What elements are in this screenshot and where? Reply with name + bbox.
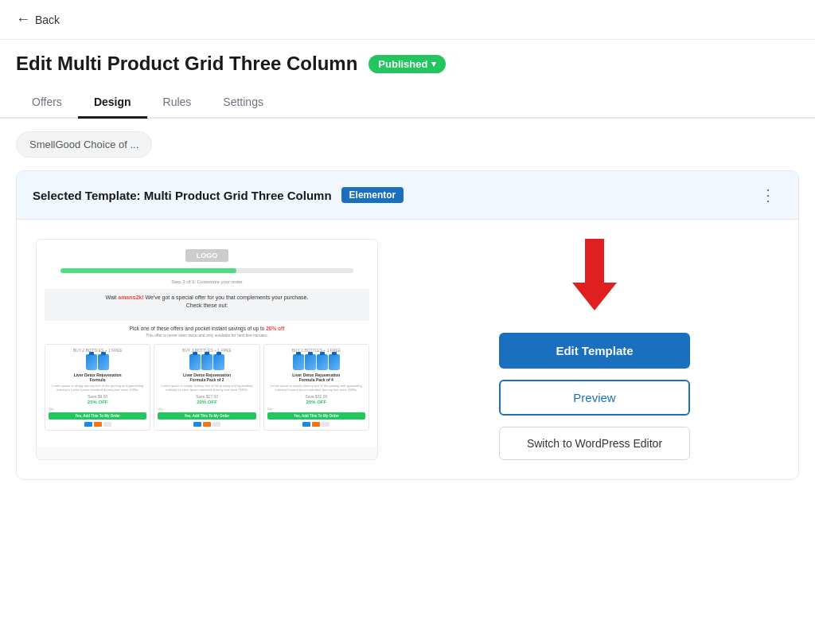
right-panel: Edit Template Preview Switch to WordPres…	[410, 239, 779, 460]
mini-off3: 20% OFF	[267, 400, 365, 404]
mini-headline-block: Wait amans2k! We've got a special offer …	[45, 289, 369, 321]
more-options-button[interactable]: ⋮	[754, 184, 782, 206]
mini-product3-imgs	[267, 354, 365, 370]
tab-offers[interactable]: Offers	[16, 88, 78, 119]
mini-bottle-icon	[86, 354, 97, 370]
tab-settings[interactable]: Settings	[207, 88, 279, 119]
mini-payment2	[158, 422, 255, 427]
page-title: Edit Multi Product Grid Three Column	[16, 53, 357, 75]
mini-headline-text: Wait amans2k! We've got a special offer …	[53, 294, 361, 302]
mini-product1-label: BUY 2 BOTTLES + 1 FREE	[49, 348, 146, 353]
mini-product3-label: BUY 2 BOTTLES + 1 FREE	[267, 348, 365, 353]
mini-pay-mc	[203, 422, 211, 427]
mini-page-preview: LOGO Step 2 of 3: Customize your order W…	[37, 240, 377, 447]
mini-pay-amex	[103, 422, 111, 427]
tabs-row: Offers Design Rules Settings	[0, 88, 815, 119]
mini-pay-visa	[84, 422, 92, 427]
switch-wp-editor-button[interactable]: Switch to WordPress Editor	[499, 427, 690, 460]
mini-check-text: Check these out:	[53, 302, 361, 310]
card-header-left: Selected Template: Multi Product Grid Th…	[33, 187, 404, 203]
mini-product3-desc: Lorem ipsum is simply dummy text of the …	[267, 384, 365, 392]
mini-off1: 20% OFF	[49, 400, 146, 404]
mini-products-grid: BUY 2 BOTTLES + 1 FREE Liver Detox Rejuv…	[45, 344, 369, 431]
preview-button[interactable]: Preview	[499, 380, 690, 416]
mini-pay-visa	[302, 422, 310, 427]
red-arrow-icon	[563, 239, 626, 310]
mini-product2-imgs	[158, 354, 255, 370]
mini-add-btn1: Yes, Add This To My Order	[49, 412, 146, 420]
mini-product1-desc: Lorem ipsum is simply dummy text of the …	[49, 384, 146, 392]
arrow-container	[563, 239, 626, 314]
mini-progress-bar	[60, 268, 353, 273]
chevron-down-icon: ▾	[431, 59, 436, 69]
mini-bottle-icon	[317, 354, 328, 370]
tab-rules[interactable]: Rules	[147, 88, 208, 119]
mini-add-btn3: Yes, Add This To My Order	[267, 412, 365, 420]
mini-off2: 20% OFF	[158, 400, 255, 404]
mini-pay-amex	[322, 422, 330, 427]
mini-pay-mc	[94, 422, 102, 427]
elementor-badge: Elementor	[341, 187, 404, 203]
mini-bottle-icon	[189, 354, 201, 370]
svg-marker-0	[572, 239, 617, 310]
mini-progress-label: Step 2 of 3: Customize your order	[45, 279, 369, 284]
mini-qty2: Qty:	[158, 407, 255, 411]
mini-product2-desc: Lorem ipsum is simply dummy text of the …	[158, 384, 255, 392]
mini-price1: Save $9.00	[49, 394, 146, 399]
mini-bottle-icon	[305, 354, 316, 370]
mini-pay-mc	[312, 422, 320, 427]
main-card: Selected Template: Multi Product Grid Th…	[16, 170, 799, 480]
mini-add-btn2: Yes, Add This To My Order	[158, 412, 255, 420]
back-arrow-icon: ←	[16, 11, 30, 28]
mini-product-2: BUY 3 BOTTLES + 1 FREE Liver Detox Rejuv…	[154, 344, 259, 431]
mini-price3: Save $32.00	[267, 394, 365, 399]
mini-price2: Save $17.00	[158, 394, 255, 399]
mini-product-3: BUY 2 BOTTLES + 1 FREE Liver Detox Rejuv…	[263, 344, 369, 431]
published-label: Published	[378, 58, 427, 70]
mini-offer-sub: This offer is never seen twice and only …	[45, 333, 369, 338]
mini-bottle-icon	[293, 354, 304, 370]
template-preview: LOGO Step 2 of 3: Customize your order W…	[36, 239, 378, 460]
filter-button[interactable]: SmellGood Choice of ...	[16, 131, 152, 158]
back-label: Back	[35, 14, 60, 26]
mini-pay-amex	[213, 422, 220, 427]
edit-template-button[interactable]: Edit Template	[499, 333, 690, 369]
top-nav: ← Back	[0, 0, 815, 40]
mini-product1-imgs	[49, 354, 146, 370]
mini-payment1	[49, 422, 146, 427]
tab-design[interactable]: Design	[78, 88, 147, 119]
mini-offer-title: Pick one of these offers and pocket inst…	[45, 326, 369, 331]
mini-bottle-icon	[329, 354, 340, 370]
mini-product3-name: Liver Detox RejuvenationFormula Pack of …	[267, 373, 365, 382]
mini-qty3: Qty:	[267, 407, 365, 411]
page-header: Edit Multi Product Grid Three Column Pub…	[0, 40, 815, 75]
mini-payment3	[267, 422, 365, 427]
mini-product-1: BUY 2 BOTTLES + 1 FREE Liver Detox Rejuv…	[45, 344, 150, 431]
mini-product1-name: Liver Detox RejuvenationFormula	[49, 373, 146, 382]
mini-pay-visa	[193, 422, 201, 427]
mini-qty1: Qty:	[49, 407, 146, 411]
mini-bottle-icon	[98, 354, 109, 370]
published-badge[interactable]: Published ▾	[369, 55, 446, 73]
mini-progress-fill	[60, 268, 236, 273]
back-button[interactable]: ← Back	[16, 11, 60, 28]
mini-logo: LOGO	[185, 249, 229, 262]
card-body: LOGO Step 2 of 3: Customize your order W…	[17, 220, 798, 479]
card-header-title: Selected Template: Multi Product Grid Th…	[33, 189, 332, 202]
mini-bottle-icon	[201, 354, 213, 370]
mini-bottle-icon	[213, 354, 224, 370]
card-header: Selected Template: Multi Product Grid Th…	[17, 171, 798, 220]
filter-row: SmellGood Choice of ...	[0, 119, 815, 170]
mini-product2-name: Liver Detox RejuvenationFormula Pack of …	[158, 373, 255, 382]
